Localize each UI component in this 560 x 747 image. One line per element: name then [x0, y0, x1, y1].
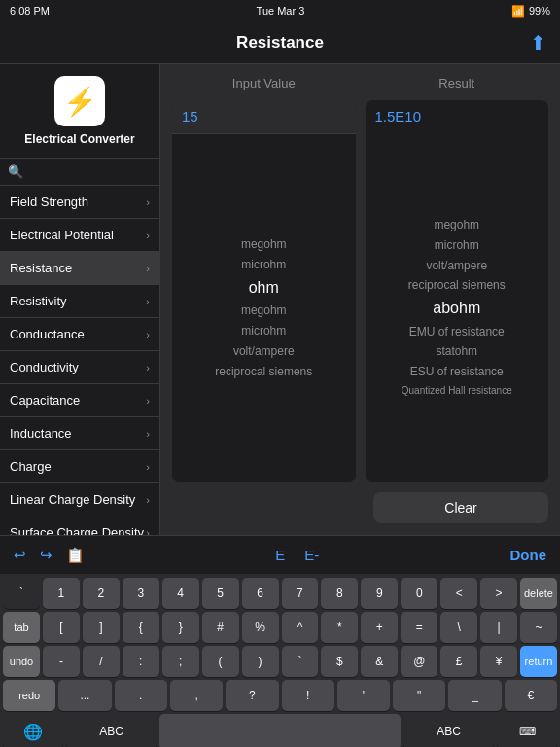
key-semicolon[interactable]: ;	[162, 646, 199, 677]
key-ampersand[interactable]: &	[361, 646, 398, 677]
done-button[interactable]: Done	[509, 547, 546, 563]
key-9[interactable]: 9	[361, 578, 398, 609]
key-backtick[interactable]: `	[3, 578, 40, 609]
key-comma[interactable]: ,	[170, 680, 223, 711]
key-return[interactable]: return	[520, 646, 557, 677]
sidebar-item-inductance[interactable]: Inductance›	[0, 417, 159, 450]
unit-item[interactable]: volt/ampere	[233, 341, 295, 362]
key-7[interactable]: 7	[282, 578, 319, 609]
key-squote[interactable]: '	[337, 680, 390, 711]
key-caret[interactable]: ^	[282, 612, 319, 643]
toolbar-e-minus-key[interactable]: E-	[304, 547, 319, 563]
unit-item[interactable]: microhm	[241, 255, 286, 275]
unit-item[interactable]: reciprocal siemens	[215, 362, 312, 382]
key-pound[interactable]: £	[440, 646, 477, 677]
key-hash[interactable]: #	[202, 612, 239, 643]
key-undo[interactable]: undo	[3, 646, 40, 677]
key-0[interactable]: 0	[401, 578, 438, 609]
unit-item[interactable]: statohm	[436, 341, 477, 362]
key-lt[interactable]: <	[440, 578, 477, 609]
share-button[interactable]: ⬆	[530, 31, 546, 54]
sidebar-item-resistance[interactable]: Resistance›	[0, 252, 159, 285]
unit-item-selected[interactable]: ohm	[249, 275, 279, 301]
key-tab[interactable]: tab	[3, 612, 40, 643]
key-yen[interactable]: ¥	[480, 646, 517, 677]
clear-button[interactable]: Clear	[373, 492, 548, 523]
key-lbracket[interactable]: [	[43, 612, 80, 643]
result-unit-list[interactable]: megohm microhm volt/ampere reciprocal si…	[366, 132, 549, 482]
key-space[interactable]	[159, 714, 401, 747]
unit-item[interactable]: megohm	[434, 215, 479, 235]
key-8[interactable]: 8	[321, 578, 358, 609]
key-tick[interactable]: `	[282, 646, 319, 677]
key-dollar[interactable]: $	[321, 646, 358, 677]
chevron-right-icon: ›	[146, 263, 150, 274]
input-fade-bottom	[172, 444, 356, 482]
key-2[interactable]: 2	[83, 578, 120, 609]
undo-button[interactable]: ↩	[14, 547, 26, 564]
key-question[interactable]: ?	[226, 680, 278, 711]
key-abc-left[interactable]: ABC	[66, 714, 157, 747]
key-euro[interactable]: €	[505, 680, 557, 711]
sidebar-item-field-strength[interactable]: Field Strength›	[0, 186, 159, 219]
sidebar-item-conductance[interactable]: Conductance›	[0, 318, 159, 351]
input-unit-list[interactable]: megohm microhm ohm megohm microhm volt/a…	[172, 134, 356, 482]
sidebar-item-charge[interactable]: Charge›	[0, 450, 159, 483]
key-rbrace[interactable]: }	[162, 612, 199, 643]
unit-item[interactable]: ESU of resistance	[410, 362, 504, 382]
key-exclaim[interactable]: !	[282, 680, 334, 711]
sidebar-item-resistivity[interactable]: Resistivity›	[0, 285, 159, 318]
key-underscore[interactable]: _	[448, 680, 501, 711]
sidebar-item-capacitance[interactable]: Capacitance›	[0, 384, 159, 417]
key-equals[interactable]: =	[401, 612, 438, 643]
key-colon[interactable]: :	[122, 646, 159, 677]
sidebar-item-surface-charge-density[interactable]: Surface Charge Density›	[0, 516, 159, 535]
unit-item[interactable]: EMU of resistance	[409, 322, 505, 342]
unit-item[interactable]: megohm	[241, 234, 287, 255]
key-6[interactable]: 6	[242, 578, 279, 609]
toolbar-e-key[interactable]: E	[275, 547, 285, 563]
key-lbrace[interactable]: {	[122, 612, 159, 643]
sidebar-item-conductivity[interactable]: Conductivity›	[0, 351, 159, 384]
key-1[interactable]: 1	[43, 578, 80, 609]
sidebar-search[interactable]: 🔍	[0, 159, 159, 186]
key-minus[interactable]: -	[43, 646, 80, 677]
key-pipe[interactable]: |	[480, 612, 517, 643]
key-asterisk[interactable]: *	[321, 612, 358, 643]
key-at[interactable]: @	[401, 646, 438, 677]
unit-item[interactable]: reciprocal siemens	[408, 275, 506, 296]
key-redo[interactable]: redo	[3, 680, 55, 711]
key-lparen[interactable]: (	[202, 646, 239, 677]
key-slash[interactable]: /	[83, 646, 120, 677]
key-rbracket[interactable]: ]	[83, 612, 120, 643]
unit-item-selected[interactable]: abohm	[433, 296, 480, 321]
key-tilde[interactable]: ~	[520, 612, 557, 643]
key-5[interactable]: 5	[202, 578, 239, 609]
key-rparen[interactable]: )	[242, 646, 279, 677]
key-backslash[interactable]: \	[440, 612, 477, 643]
key-globe[interactable]: 🌐	[3, 714, 63, 747]
key-plus[interactable]: +	[361, 612, 398, 643]
key-abc-right[interactable]: ABC	[403, 714, 494, 747]
key-percent[interactable]: %	[242, 612, 279, 643]
clipboard-button[interactable]: 📋	[66, 547, 85, 564]
key-dquote[interactable]: "	[393, 680, 445, 711]
key-4[interactable]: 4	[162, 578, 199, 609]
input-value-field[interactable]	[182, 108, 346, 124]
sidebar-item-electrical-potential[interactable]: Electrical Potential›	[0, 219, 159, 252]
key-3[interactable]: 3	[122, 578, 159, 609]
unit-item[interactable]: microhm	[241, 321, 286, 341]
unit-item[interactable]: microhm	[435, 235, 479, 256]
unit-item[interactable]: Quantized Hall resistance	[402, 382, 512, 400]
key-delete[interactable]: delete	[520, 578, 557, 609]
unit-item[interactable]: megohm	[241, 301, 287, 321]
unit-item[interactable]: volt/ampere	[426, 256, 487, 276]
redo-button[interactable]: ↪	[40, 547, 52, 564]
key-period[interactable]: .	[115, 680, 167, 711]
key-gt[interactable]: >	[480, 578, 517, 609]
key-keyboard[interactable]: ⌨	[497, 714, 557, 747]
key-ellipsis[interactable]: ...	[58, 680, 111, 711]
input-field-container[interactable]	[172, 100, 356, 134]
sidebar-item-linear-charge-density[interactable]: Linear Charge Density›	[0, 483, 159, 516]
search-input[interactable]	[28, 164, 152, 179]
